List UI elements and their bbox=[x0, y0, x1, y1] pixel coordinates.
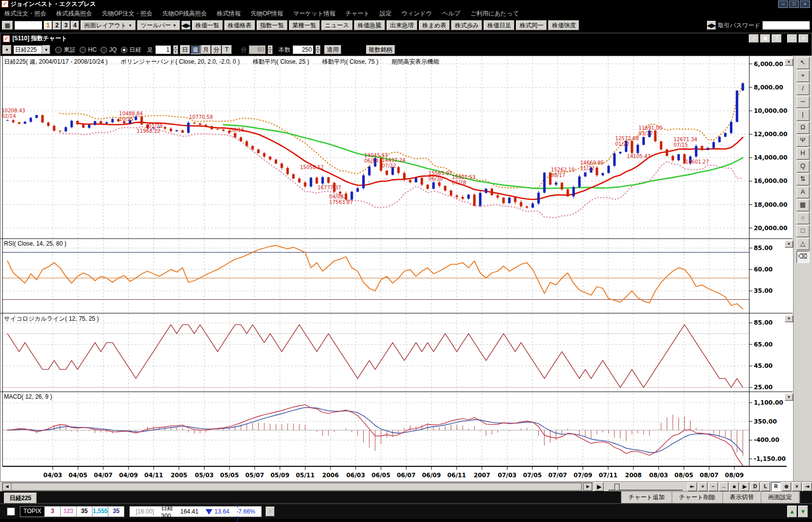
chart-nav-button-3[interactable]: ↔ bbox=[719, 482, 728, 491]
scroll-left-icon[interactable]: ◀ bbox=[2, 483, 11, 491]
menu-item-10[interactable]: ヘルプ bbox=[437, 8, 465, 19]
eraser-tool-icon[interactable]: ⌫ bbox=[797, 251, 810, 263]
chart-nav-button-9[interactable]: ⊕ bbox=[782, 482, 791, 491]
chart-nav-button-5[interactable]: ▶ bbox=[740, 482, 749, 491]
text-tool-icon[interactable]: A bbox=[797, 186, 810, 198]
chart-nav-button-0[interactable]: ⇤ bbox=[688, 482, 697, 491]
menu-item-2[interactable]: 先物OP注文・照会 bbox=[98, 8, 157, 19]
workspace-button-2[interactable]: 2 bbox=[53, 21, 61, 30]
vertical-line-tool-icon[interactable]: | bbox=[797, 109, 810, 121]
period-button-分[interactable]: 分 bbox=[211, 45, 221, 54]
shortcut-button-6[interactable]: 出来急増 bbox=[387, 20, 417, 30]
bar-interval-spinner[interactable]: ▴▾ bbox=[173, 45, 178, 54]
scroll-step-button[interactable]: ▶ bbox=[595, 482, 604, 491]
chart-bottom-button-0[interactable]: チャート追加 bbox=[621, 492, 672, 504]
menu-item-3[interactable]: 先物OP残高照会 bbox=[158, 8, 211, 19]
psychological-panel-dropdown[interactable]: ▼ bbox=[785, 315, 793, 322]
minute-input[interactable] bbox=[249, 45, 266, 54]
zoom-slider[interactable] bbox=[609, 483, 683, 491]
alert-tool-icon[interactable]: Ω bbox=[797, 122, 810, 134]
bar-count-input[interactable] bbox=[293, 45, 313, 54]
menu-item-7[interactable]: チャート bbox=[341, 8, 374, 19]
window-minimize-icon[interactable]: ─ bbox=[787, 34, 797, 43]
ellipse-tool-icon[interactable]: ○ bbox=[797, 212, 810, 224]
multi-symbol-button[interactable]: 複数銘柄 bbox=[366, 45, 395, 54]
symbol-select-dropdown[interactable]: ▼ bbox=[42, 45, 50, 54]
minute-spinner[interactable]: ▴▾ bbox=[268, 45, 273, 54]
shortcut-button-0[interactable]: 株価一覧 bbox=[192, 20, 223, 30]
workspace-button-4[interactable]: 4 bbox=[71, 21, 79, 30]
shortcut-button-9[interactable]: 株価日足 bbox=[484, 20, 514, 30]
menu-item-5[interactable]: 先物OP情報 bbox=[246, 8, 288, 19]
apply-button[interactable]: 適用 bbox=[324, 45, 341, 54]
chart-nav-button-1[interactable]: + bbox=[698, 482, 708, 491]
password-collapse-icon[interactable]: ◀▶ bbox=[707, 21, 716, 30]
market-radio-JQ[interactable]: JQ bbox=[101, 46, 116, 54]
period-button-T[interactable]: T bbox=[222, 45, 232, 54]
popout-icon[interactable]: ↗ bbox=[749, 34, 759, 43]
shortcut-button-1[interactable]: 株価格表 bbox=[224, 20, 255, 30]
market-radio-東証[interactable]: 東証 bbox=[55, 46, 76, 54]
period-button-月[interactable]: 月 bbox=[201, 45, 211, 54]
shortcut-button-7[interactable]: 株まめ表 bbox=[419, 20, 450, 30]
ticker-checkbox[interactable] bbox=[7, 508, 15, 516]
close-icon[interactable]: × bbox=[800, 0, 810, 8]
period-button-週[interactable]: 週 bbox=[191, 45, 201, 54]
shortcut-button-10[interactable]: 株式同一 bbox=[516, 20, 547, 30]
chart-nav-button-6[interactable]: D bbox=[750, 482, 760, 491]
workspace-button-3[interactable]: 3 bbox=[62, 21, 70, 30]
workspace-name-box[interactable] bbox=[14, 21, 42, 30]
shortcut-button-11[interactable]: 株価強度 bbox=[548, 20, 579, 30]
ticker-index-button[interactable]: TOPIX bbox=[20, 506, 45, 517]
bar-count-spinner[interactable]: ▴▾ bbox=[315, 45, 320, 54]
tab-nikkei225[interactable]: 日経225 bbox=[4, 493, 37, 504]
shortcut-button-8[interactable]: 株式歩み bbox=[451, 20, 482, 30]
shortcut-button-3[interactable]: 業種一覧 bbox=[289, 20, 320, 30]
rsi-panel-dropdown[interactable]: ▼ bbox=[785, 241, 793, 248]
menu-item-1[interactable]: 株式残高照会 bbox=[52, 8, 97, 19]
minimize-icon[interactable]: ─ bbox=[778, 0, 788, 8]
chart-nav-button-8[interactable]: R bbox=[771, 482, 781, 491]
trendline-tool-icon[interactable]: / bbox=[797, 83, 810, 95]
symbol-history-dropdown[interactable]: ▼ bbox=[2, 45, 11, 54]
triangle-tool-icon[interactable]: △ bbox=[797, 238, 810, 250]
zoom-slider-knob[interactable] bbox=[614, 484, 619, 491]
menu-item-4[interactable]: 株式情報 bbox=[212, 8, 245, 19]
help-icon[interactable]: ? bbox=[772, 34, 782, 43]
scrollbar-thumb[interactable] bbox=[11, 483, 582, 491]
flip-tool-icon[interactable]: ⇅ bbox=[797, 174, 810, 185]
restore-icon[interactable]: □ bbox=[789, 0, 799, 8]
chart-bottom-button-2[interactable]: 表示切替 bbox=[723, 492, 761, 504]
bar-interval-input[interactable] bbox=[155, 45, 171, 54]
shortcut-button-2[interactable]: 指数一覧 bbox=[257, 20, 288, 30]
high-low-tool-icon[interactable]: H bbox=[797, 148, 810, 160]
ticker-next-icon[interactable]: ▼ bbox=[798, 506, 808, 518]
horizontal-scrollbar[interactable]: ◀ ▶ bbox=[2, 482, 593, 491]
price-panel-dropdown[interactable]: ▼ bbox=[785, 59, 793, 66]
period-button-日[interactable]: 日 bbox=[180, 45, 190, 54]
ticker-prev-icon[interactable]: ▲ bbox=[787, 506, 797, 518]
chart-canvas[interactable]: 10208.4302/1410488.8410/2511968.1201/291… bbox=[0, 56, 812, 481]
trade-password-input[interactable] bbox=[762, 21, 810, 30]
chart-window-titlebar[interactable]: ✓ [5110] 指数チャート ↗ ▣ ? ─ × bbox=[0, 33, 812, 44]
duplicate-icon[interactable]: ▣ bbox=[760, 34, 770, 43]
menu-item-0[interactable]: 株式注文・照会 bbox=[0, 8, 51, 19]
chart-nav-button-4[interactable]: ■ bbox=[729, 482, 739, 491]
pitchfork-tool-icon[interactable]: Ψ bbox=[797, 135, 810, 147]
toolbar-menu-button[interactable]: ツールバー ▼ bbox=[137, 20, 180, 30]
menu-item-11[interactable]: ご利用にあたって bbox=[466, 8, 523, 19]
scroll-right-icon[interactable]: ▶ bbox=[583, 483, 592, 491]
chart-nav-button-11[interactable]: ⇥ bbox=[803, 482, 812, 491]
market-radio-日経[interactable]: 日経 bbox=[121, 46, 141, 54]
horizontal-line-tool-icon[interactable]: ─ bbox=[797, 96, 810, 108]
macd-panel-dropdown[interactable]: ▼ bbox=[785, 394, 793, 401]
symbol-select[interactable]: 日経225 bbox=[13, 45, 42, 54]
menu-item-6[interactable]: マーケット情報 bbox=[289, 8, 340, 19]
cascade-windows-icon[interactable]: ▦ bbox=[2, 21, 13, 30]
market-radio-HC[interactable]: HC bbox=[80, 46, 97, 54]
menu-item-9[interactable]: ウィンドウ bbox=[397, 8, 436, 19]
shortcut-button-4[interactable]: ニュース bbox=[321, 20, 353, 30]
crosshair-tool-icon[interactable]: + bbox=[797, 70, 810, 82]
quote-list-tool-icon[interactable]: Q bbox=[797, 161, 810, 173]
toolbar-collapse-icon[interactable]: ◀▶ bbox=[182, 21, 191, 30]
